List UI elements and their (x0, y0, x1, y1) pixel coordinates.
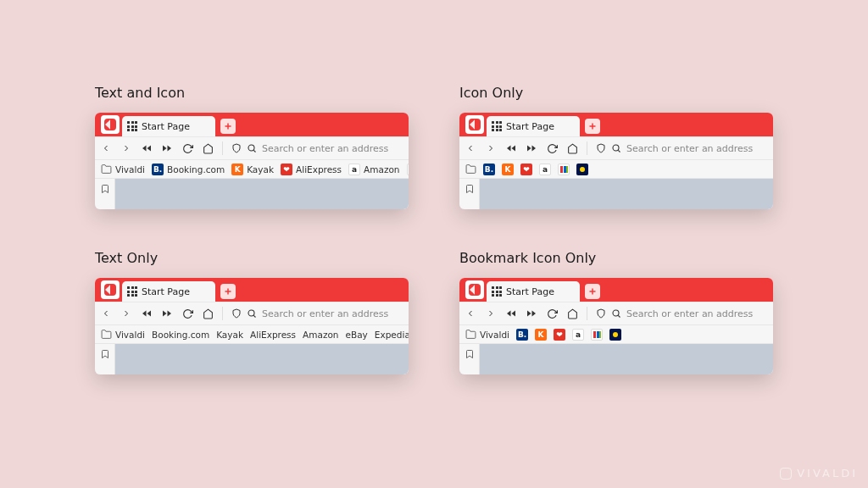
back-button[interactable] (465, 142, 476, 154)
svg-marker-4 (168, 146, 172, 152)
svg-marker-11 (512, 146, 516, 152)
vivaldi-menu-icon[interactable] (101, 280, 120, 299)
address-field[interactable]: Search or enter an address (231, 140, 403, 157)
new-tab-button[interactable] (585, 119, 600, 134)
search-icon (247, 308, 257, 319)
back-button[interactable] (465, 308, 476, 319)
rewind-button[interactable] (505, 308, 517, 319)
address-toolbar: Search or enter an address (95, 302, 409, 325)
vivaldi-watermark-text: VIVALDI (797, 467, 858, 480)
bookmarks-panel-icon[interactable] (465, 349, 475, 359)
bookmark-label: Kayak (216, 330, 243, 340)
address-placeholder: Search or enter an address (626, 308, 753, 319)
vivaldi-menu-icon[interactable] (465, 280, 484, 299)
forward-button[interactable] (120, 308, 132, 319)
bookmark-item[interactable]: B. (516, 329, 528, 341)
address-field[interactable]: Search or enter an address (596, 305, 768, 322)
svg-marker-13 (527, 146, 531, 152)
search-icon (611, 143, 621, 153)
rewind-button[interactable] (505, 142, 517, 154)
forward-button[interactable] (485, 308, 497, 319)
bookmark-item[interactable]: KKayak (231, 164, 274, 175)
bookmark-item[interactable]: aAmazon (348, 164, 399, 175)
new-tab-button[interactable] (220, 119, 236, 134)
address-field[interactable]: Search or enter an address (231, 305, 403, 322)
bookmark-item[interactable]: ❤AliExpress (281, 164, 342, 175)
bookmark-folder[interactable]: Vivaldi (465, 329, 509, 341)
tab-start-page[interactable]: Start Page (487, 281, 580, 302)
bookmark-label: Booking.com (152, 330, 209, 340)
bookmark-item[interactable]: B.Booking.com (152, 164, 225, 175)
variant-title: Text and Icon (95, 85, 409, 101)
bookmark-item[interactable]: eBay (407, 164, 409, 175)
shield-icon[interactable] (596, 143, 606, 153)
shield-icon[interactable] (231, 308, 242, 319)
vivaldi-menu-icon[interactable] (101, 115, 120, 134)
bookmark-item[interactable]: ❤ (520, 164, 532, 175)
folder-icon (465, 164, 476, 175)
bookmarks-panel-icon[interactable] (100, 349, 110, 359)
address-field[interactable]: Search or enter an address (596, 140, 768, 157)
bookmark-folder[interactable]: Vivaldi (100, 164, 145, 175)
panel-strip (95, 344, 115, 374)
bookmark-item[interactable]: AliExpress (250, 330, 296, 340)
svg-point-30 (613, 310, 619, 316)
bookmark-item[interactable]: Booking.com (152, 330, 209, 340)
svg-line-15 (618, 150, 620, 152)
bookmark-item[interactable]: eBay (346, 330, 368, 340)
bookmark-item[interactable]: ❤ (554, 329, 565, 341)
home-button[interactable] (566, 142, 578, 154)
bookmark-item[interactable]: Kayak (216, 330, 243, 340)
bookmarks-panel-icon[interactable] (100, 184, 110, 194)
bookmark-folder[interactable]: Vivaldi (100, 329, 145, 341)
reload-button[interactable] (546, 142, 558, 154)
bookmark-item[interactable]: Expedia (375, 330, 409, 340)
bookmark-bar: B.K❤a (459, 160, 773, 179)
reload-button[interactable] (546, 308, 558, 319)
svg-line-31 (618, 315, 620, 317)
reload-button[interactable] (181, 142, 193, 154)
svg-marker-5 (163, 146, 167, 152)
home-button[interactable] (202, 308, 214, 319)
fast-forward-button[interactable] (161, 308, 173, 319)
shield-icon[interactable] (596, 308, 606, 319)
bookmarks-panel-icon[interactable] (465, 184, 475, 194)
toolbar-divider (222, 141, 223, 155)
home-button[interactable] (566, 308, 578, 319)
tab-start-page[interactable]: Start Page (122, 281, 215, 302)
rewind-button[interactable] (141, 142, 153, 154)
new-tab-button[interactable] (220, 284, 236, 299)
bookmark-item[interactable] (591, 329, 603, 341)
shield-icon[interactable] (231, 143, 242, 153)
tab-start-page[interactable]: Start Page (487, 116, 580, 136)
back-button[interactable] (100, 142, 112, 154)
fast-forward-button[interactable] (526, 142, 537, 154)
fast-forward-button[interactable] (526, 308, 537, 319)
tab-bar: Start Page (95, 113, 409, 136)
bookmark-item[interactable]: K (535, 329, 547, 341)
tab-start-page[interactable]: Start Page (122, 116, 215, 136)
bookmark-item[interactable] (576, 164, 588, 175)
tab-bar: Start Page (459, 278, 773, 302)
home-button[interactable] (202, 142, 214, 154)
web-viewport (459, 344, 773, 374)
bookmark-item[interactable] (558, 164, 570, 175)
fast-forward-button[interactable] (161, 142, 173, 154)
reload-button[interactable] (181, 308, 193, 319)
back-button[interactable] (100, 308, 112, 319)
svg-marker-10 (507, 146, 511, 152)
bookmark-item[interactable] (609, 329, 621, 341)
rewind-button[interactable] (141, 308, 153, 319)
vivaldi-menu-icon[interactable] (465, 115, 484, 134)
forward-button[interactable] (485, 142, 497, 154)
booking-favicon: B. (483, 164, 495, 175)
bookmark-folder[interactable] (465, 164, 476, 175)
bookmark-item[interactable]: K (502, 164, 514, 175)
svg-marker-20 (168, 311, 172, 317)
forward-button[interactable] (120, 142, 132, 154)
bookmark-item[interactable]: B. (483, 164, 495, 175)
bookmark-item[interactable]: a (539, 164, 551, 175)
new-tab-button[interactable] (585, 284, 600, 299)
bookmark-item[interactable]: Amazon (303, 330, 338, 340)
bookmark-item[interactable]: a (572, 329, 584, 341)
